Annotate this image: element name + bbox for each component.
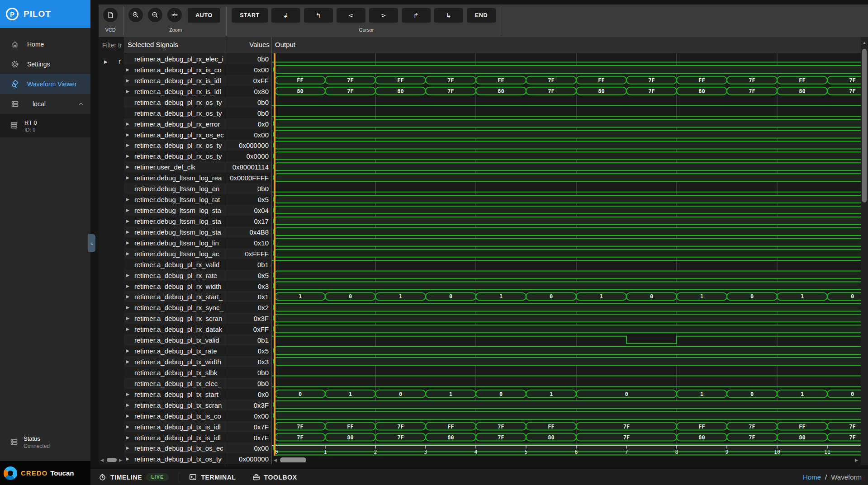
expand-icon[interactable]: ▶ xyxy=(126,435,129,440)
sidebar-item-waveform-viewer[interactable]: Waveform Viewer xyxy=(0,74,90,94)
signal-row[interactable]: retimer.a_debug_pl_rx_os_ty0b0 xyxy=(124,97,271,108)
sidebar-item-home[interactable]: Home xyxy=(0,34,90,54)
expand-icon[interactable]: ▶ xyxy=(126,165,129,169)
signal-row[interactable]: ▶retimer.debug_ltssm_log_rea0x0000FFFF xyxy=(124,172,271,183)
column-divider[interactable] xyxy=(226,37,226,464)
bottom-tab-timeline[interactable]: TIMELINELIVE xyxy=(99,473,169,481)
expand-icon[interactable]: ▶ xyxy=(126,154,129,158)
expand-icon[interactable]: ▶ xyxy=(126,424,129,429)
signal-row[interactable]: ▶retimer.a_debug_pl_tx_width0x3 xyxy=(124,356,271,367)
zoom-fit-button[interactable] xyxy=(167,8,182,22)
signal-row[interactable]: ▶retimer.a_debug_pl_rx_rate0x5 xyxy=(124,270,271,281)
scroll-left-icon[interactable]: ◀ xyxy=(100,458,104,462)
expand-icon[interactable]: ▶ xyxy=(126,403,129,407)
signal-row[interactable]: ▶retimer.a_debug_pl_rx_os_ty0x000000 xyxy=(124,140,271,151)
breadcrumb-home-link[interactable]: Home xyxy=(803,473,821,481)
cursor-step-button-6[interactable]: ↳ xyxy=(434,8,463,23)
signal-row[interactable]: ▶retimer.debug_ltssm_log_ac0xFFFF xyxy=(124,248,271,259)
waveform-cursor[interactable] xyxy=(274,53,275,456)
signal-row[interactable]: ▶retimer.a_debug_pl_tx_scran0x3F xyxy=(124,400,271,410)
signal-row[interactable]: ▶retimer.a_debug_pl_rx_start_0x1 xyxy=(124,291,271,302)
expand-icon[interactable]: ▶ xyxy=(126,67,129,72)
tree-horizontal-scrollbar[interactable]: ◀ ▶ xyxy=(99,456,124,465)
device-card-rt0[interactable]: RT 0 ID: 0 xyxy=(0,114,90,137)
signal-row[interactable]: ▶retimer.a_debug_pl_tx_os_ty0x000000 xyxy=(124,453,271,464)
signal-row[interactable]: retimer.a_debug_pl_rx_elec_i0b0 xyxy=(124,53,271,64)
scroll-right-icon[interactable]: ▶ xyxy=(855,458,858,462)
expand-icon[interactable]: ▶ xyxy=(126,197,129,202)
zoom-out-button[interactable] xyxy=(148,8,162,22)
column-divider[interactable] xyxy=(271,37,272,464)
cursor-step-button-4[interactable]: > xyxy=(369,8,398,23)
expand-icon[interactable]: ▶ xyxy=(126,89,129,94)
expand-icon[interactable]: ▶ xyxy=(126,273,129,278)
signal-row[interactable]: retimer.debug_ltssm_log_en0b0 xyxy=(124,183,271,194)
waveform-vertical-scrollbar[interactable]: ▲ xyxy=(861,37,868,465)
signal-row[interactable]: ▶retimer.a_debug_pl_tx_os_ec0x00 xyxy=(124,443,271,453)
auto-button[interactable]: AUTO xyxy=(188,8,220,23)
signal-row[interactable]: ▶retimer.debug_ltssm_log_rat0x5 xyxy=(124,194,271,205)
signal-row[interactable]: ▶retimer.a_debug_pl_tx_rate0x5 xyxy=(124,345,271,356)
scrollbar-thumb[interactable] xyxy=(107,458,117,462)
expand-icon[interactable]: ▶ xyxy=(126,414,129,418)
signal-row[interactable]: ▶retimer.a_debug_pl_rx_is_co0x00 xyxy=(124,64,271,75)
signal-row[interactable]: ▶retimer.user_def_clk0x80001114 xyxy=(124,161,271,172)
chevron-up-icon[interactable] xyxy=(78,101,84,107)
expand-icon[interactable]: ▶ xyxy=(126,348,129,353)
signal-row[interactable]: ▶retimer.a_debug_pl_rx_os_ty0x0000 xyxy=(124,151,271,161)
cursor-step-button-1[interactable]: ↲ xyxy=(271,8,300,23)
expand-icon[interactable]: ▶ xyxy=(126,208,129,212)
expand-icon[interactable]: ▶ xyxy=(126,175,129,180)
signal-row[interactable]: ▶retimer.a_debug_pl_rx_datak0xFF xyxy=(124,324,271,334)
expand-icon[interactable]: ▶ xyxy=(126,327,129,331)
expand-icon[interactable]: ▶ xyxy=(126,143,129,147)
expand-icon[interactable]: ▶ xyxy=(126,230,129,234)
signal-row[interactable]: ▶retimer.debug_ltssm_log_sta0x17 xyxy=(124,216,271,226)
cursor-step-button-3[interactable]: < xyxy=(337,8,365,23)
expand-icon[interactable]: ▶ xyxy=(126,457,129,461)
expand-icon[interactable]: ▶ xyxy=(126,284,129,288)
expand-icon[interactable]: ▶ xyxy=(126,359,129,364)
signal-row[interactable]: retimer.a_debug_pl_tx_valid0b1 xyxy=(124,334,271,345)
signal-row[interactable]: ▶retimer.a_debug_pl_rx_os_ec0x00 xyxy=(124,129,271,140)
signal-row[interactable]: ▶retimer.debug_ltssm_log_sta0x4B8 xyxy=(124,226,271,237)
scroll-up-icon[interactable]: ▲ xyxy=(863,41,866,45)
bottom-tab-toolbox[interactable]: TOOLBOX xyxy=(252,473,297,481)
scroll-left-icon[interactable]: ◀ xyxy=(274,458,277,462)
signal-row[interactable]: retimer.a_debug_pl_tx_slbk0b0 xyxy=(124,367,271,378)
vcd-file-button[interactable] xyxy=(103,8,118,22)
waveform-horizontal-scrollbar[interactable]: ◀ ▶ xyxy=(272,456,861,465)
signal-row[interactable]: ▶retimer.debug_ltssm_log_lin0x10 xyxy=(124,237,271,248)
signal-row[interactable]: ▶retimer.debug_ltssm_log_sta0x04 xyxy=(124,205,271,216)
signal-row[interactable]: ▶retimer.a_debug_pl_rx_is_idl0x80 xyxy=(124,86,271,97)
expand-icon[interactable]: ▶ xyxy=(126,219,129,223)
expand-icon[interactable]: ▶ xyxy=(126,122,129,126)
expand-icon[interactable]: ▶ xyxy=(126,305,129,310)
signal-row[interactable]: ▶retimer.a_debug_pl_tx_is_idl0x7F xyxy=(124,421,271,432)
expand-icon[interactable]: ▶ xyxy=(126,446,129,450)
tree-root-item[interactable]: ▶ r xyxy=(99,57,124,67)
sidebar-item-local-server[interactable]: local xyxy=(0,94,90,114)
scrollbar-thumb[interactable] xyxy=(862,49,867,202)
bottom-tab-terminal[interactable]: TERMINAL xyxy=(189,473,236,481)
signal-row[interactable]: ▶retimer.a_debug_pl_rx_width0x3 xyxy=(124,281,271,292)
signal-row[interactable]: ▶retimer.a_debug_pl_tx_is_idl0x7F xyxy=(124,432,271,443)
scroll-right-icon[interactable]: ▶ xyxy=(119,458,122,462)
waveform-canvas[interactable]: FF7FFF7FFF7FFF7FFF7FFF7F807F807F807F807F… xyxy=(272,53,861,456)
signal-row[interactable]: retimer.a_debug_pl_rx_valid0b1 xyxy=(124,259,271,270)
expand-icon[interactable]: ▶ xyxy=(126,316,129,320)
signal-row[interactable]: retimer.a_debug_pl_rx_os_ty0b0 xyxy=(124,108,271,118)
start-button[interactable]: START xyxy=(232,8,268,23)
signal-row[interactable]: ▶retimer.a_debug_pl_tx_is_co0x00 xyxy=(124,410,271,421)
expand-icon[interactable]: ▶ xyxy=(126,132,129,137)
signal-row[interactable]: ▶retimer.a_debug_pl_tx_start_0x0 xyxy=(124,389,271,400)
expand-icon[interactable]: ▶ xyxy=(126,240,129,245)
cursor-step-button-2[interactable]: ↰ xyxy=(304,8,333,23)
sidebar-item-settings[interactable]: Settings xyxy=(0,54,90,74)
expand-icon[interactable]: ▶ xyxy=(126,251,129,256)
signal-row[interactable]: ▶retimer.a_debug_pl_rx_error0x0 xyxy=(124,118,271,129)
signal-row[interactable]: ▶retimer.a_debug_pl_rx_sync_0x2 xyxy=(124,302,271,313)
cursor-step-button-5[interactable]: ↱ xyxy=(402,8,431,23)
zoom-in-button[interactable] xyxy=(128,8,143,22)
signal-row[interactable]: ▶retimer.a_debug_pl_rx_scran0x3F xyxy=(124,313,271,324)
